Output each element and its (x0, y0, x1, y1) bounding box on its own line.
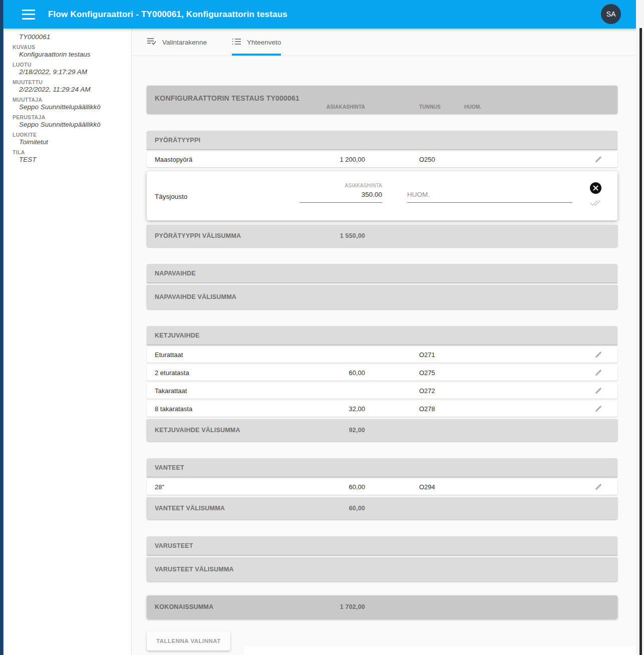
row-price: 32,00 (295, 401, 365, 417)
edit-pencil-icon[interactable] (594, 365, 602, 381)
field-value-tila: TEST (19, 156, 131, 163)
row-label: 2 eturatasta (155, 365, 189, 381)
table-row: Takarattaat O272 (147, 383, 617, 399)
tab-valintarakenne[interactable]: Valintarakenne (147, 29, 207, 56)
grand-total-label: KOKONAISSUMMA (155, 595, 213, 618)
field-label-muutettu: MUUTETTU (13, 79, 131, 85)
subtotal-value: 1 550,00 (295, 225, 365, 247)
row-code: O275 (419, 365, 435, 381)
row-code: O272 (419, 383, 435, 399)
subtotal-row: VANTEET VÄLISUMMA 60,00 (147, 497, 617, 519)
note-input[interactable] (407, 190, 572, 203)
row-code: O271 (419, 347, 435, 363)
summary-header: KONFIGURAATTORIN TESTAUS TY000061 ASIAKA… (147, 86, 617, 114)
menu-icon[interactable] (22, 10, 36, 20)
edit-pencil-icon[interactable] (594, 401, 602, 417)
list-icon (232, 38, 241, 47)
summary-content: KONFIGURAATTORIN TESTAUS TY000061 ASIAKA… (147, 86, 617, 650)
row-price: 1 200,00 (295, 152, 365, 167)
avatar[interactable]: SA (601, 4, 621, 24)
section-napavaihde: NAPAVAIHDE NAPAVAIHDE VÄLISUMMA (147, 264, 617, 309)
summary-title: KONFIGURAATTORIN TESTAUS TY000061 (155, 94, 299, 102)
subtotal-row: PYÖRÄTYYPPI VÄLISUMMA 1 550,00 (147, 225, 617, 247)
order-id: TY000061 (19, 33, 131, 41)
table-row: Maastopyörä 1 200,00 O250 (147, 152, 617, 167)
section-title: PYÖRÄTYYPPI (147, 131, 617, 150)
edit-pencil-icon[interactable] (594, 152, 602, 167)
column-header-huom: HUOM. (464, 104, 481, 110)
field-value-kuvaus: Konfiguraattorin testaus (19, 51, 131, 58)
row-code: O278 (419, 401, 435, 417)
content-end-strip (244, 646, 636, 655)
subtotal-value: 60,00 (295, 497, 365, 519)
section-title: VANTEET (147, 458, 617, 477)
row-price: 60,00 (295, 365, 365, 381)
scrollbar-thumb[interactable] (639, 28, 642, 655)
field-value-muutettu: 2/22/2022, 11:29:24 AM (19, 86, 131, 93)
row-code: O294 (419, 479, 435, 495)
price-input[interactable] (300, 190, 382, 203)
field-label-luotu: LUOTU (13, 62, 131, 68)
field-value-luokite: Toimitetut (19, 138, 131, 146)
section-ketjuvaihde: KETJUVAIHDE Eturattaat O271 2 eturatasta… (147, 326, 617, 441)
section-title: VARUSTEET (147, 536, 617, 555)
playlist-check-icon (147, 38, 157, 47)
section-title: NAPAVAIHDE (147, 264, 617, 283)
price-field: ASIAKASHINTA (300, 183, 382, 203)
column-header-asiakashinta: ASIAKASHINTA (295, 104, 365, 110)
section-pyoratyyppi: PYÖRÄTYYPPI Maastopyörä 1 200,00 O250 Tä… (147, 131, 617, 247)
row-code: O250 (419, 152, 435, 167)
app-title: Flow Konfiguraattori - TY000061, Konfigu… (48, 10, 287, 20)
window-edge-stripe (0, 0, 4, 655)
field-label-perustaja: PERUSTAJA (13, 114, 131, 120)
table-row: 28" 60,00 O294 (147, 479, 617, 495)
field-value-luotu: 2/18/2022, 9:17:29 AM (19, 68, 131, 76)
field-label-tila: TILA (13, 149, 131, 155)
row-label: 8 takaratasta (155, 401, 192, 417)
section-vanteet: VANTEET 28" 60,00 O294 VANTEET VÄLISUMMA… (147, 458, 617, 519)
edit-pencil-icon[interactable] (594, 383, 602, 399)
subtotal-label: PYÖRÄTYYPPI VÄLISUMMA (155, 225, 241, 247)
table-row: Eturattaat O271 (147, 347, 617, 363)
subtotal-row: KETJUVAIHDE VÄLISUMMA 92,00 (147, 419, 617, 441)
tab-label: Valintarakenne (162, 39, 207, 46)
edit-row-label: Täysjousto (155, 193, 187, 200)
row-price: 60,00 (295, 479, 365, 495)
row-label: Maastopyörä (155, 152, 192, 167)
grand-total-row: KOKONAISSUMMA 1 702,00 (147, 595, 617, 618)
column-header-tunnus: TUNNUS (419, 104, 441, 110)
price-field-label: ASIAKASHINTA (300, 183, 382, 188)
save-selections-button[interactable]: TALLENNA VALINNAT (147, 631, 230, 650)
subtotal-value: 92,00 (295, 419, 365, 441)
confirm-edit-icon[interactable] (590, 199, 602, 209)
edit-pencil-icon[interactable] (594, 479, 602, 495)
app-bar: Flow Konfiguraattori - TY000061, Konfigu… (4, 0, 636, 29)
row-label: 28" (155, 479, 164, 495)
field-label-muuttaja: MUUTTAJA (13, 97, 131, 103)
tab-label: Yhteenveto (247, 39, 281, 46)
tab-yhteenveto[interactable]: Yhteenveto (232, 29, 281, 56)
tab-bar: Valintarakenne Yhteenveto (132, 29, 636, 56)
field-value-muuttaja: Seppo Suunnittelupäällikkö (19, 103, 131, 111)
field-value-perustaja: Seppo Suunnittelupäällikkö (19, 121, 131, 128)
main-panel: Valintarakenne Yhteenveto KONFIGURAATTOR… (132, 29, 636, 655)
subtotal-row: VARUSTEET VÄLISUMMA (147, 557, 617, 581)
section-title: KETJUVAIHDE (147, 326, 617, 345)
subtotal-label: NAPAVAIHDE VÄLISUMMA (155, 285, 236, 309)
field-label-luokite: LUOKITE (13, 132, 131, 138)
subtotal-label: VANTEET VÄLISUMMA (155, 497, 225, 519)
metadata-sidebar: TY000061 KUVAUS Konfiguraattorin testaus… (4, 29, 132, 655)
grand-total-value: 1 702,00 (295, 595, 365, 618)
subtotal-row: NAPAVAIHDE VÄLISUMMA (147, 285, 617, 309)
table-row: 2 eturatasta 60,00 O275 (147, 365, 617, 381)
row-label: Takarattaat (155, 383, 187, 399)
scrollbar-track (636, 0, 644, 655)
edit-row-card: Täysjousto ASIAKASHINTA (147, 171, 617, 220)
note-field (407, 190, 572, 203)
subtotal-label: KETJUVAIHDE VÄLISUMMA (155, 419, 240, 441)
cancel-edit-icon[interactable] (590, 182, 601, 194)
section-varusteet: VARUSTEET VARUSTEET VÄLISUMMA (147, 536, 617, 581)
field-label-kuvaus: KUVAUS (13, 44, 131, 50)
row-label: Eturattaat (155, 347, 183, 363)
edit-pencil-icon[interactable] (594, 347, 602, 363)
